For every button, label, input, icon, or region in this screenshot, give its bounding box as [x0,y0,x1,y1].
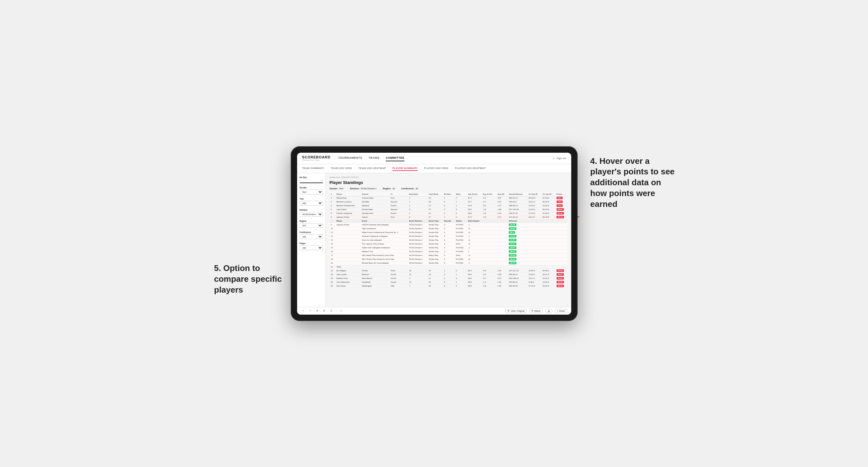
clock-icon: ⊙ [339,309,343,313]
points-badge[interactable]: 40.02 [557,277,564,280]
table-body: 1 Wenyi Ding Arizona State First 1 15 1 … [330,196,567,288]
region-select[interactable]: N/A All [300,223,323,228]
content-panel: Update time: 27/01/2024 16:56:26 Player … [326,173,571,307]
paste-button[interactable]: ⊞ [322,309,327,313]
subnav-team-h2h-heatmap[interactable]: TEAM H2H HEATMAP [358,166,386,171]
tooltip-points-badge: 53.60 [509,227,516,230]
filter-gender-label: Gender: [330,187,338,190]
points-badge[interactable]: 38.49 [557,285,564,287]
slider-bar [300,182,323,183]
col-num: # [330,192,335,196]
points-badge[interactable]: 76.2 [557,200,563,203]
no-rds-slider[interactable]: 4 52 [300,180,323,183]
col-points: Points [555,192,567,196]
toolbar-right: 👁 View: Original ⊕ Watch 🖨 ⤴ Share [505,309,567,313]
col-vs25: Vs Top 25 [527,192,541,196]
separator-icon: | [553,157,554,160]
filter-division-value: NCAA Division I [361,187,376,190]
logo-subtitle: Powered by clippi [302,159,331,161]
share-label: Share [559,310,565,312]
subnav-team-h2h-grid[interactable]: TEAM H2H GRID [331,166,352,171]
player-filter: Player (All) [300,242,323,250]
filter-division-label: Division: [350,187,360,190]
tooltip-header-row: Player Event Event Division Event Type R… [330,219,567,223]
watch-button[interactable]: ⊕ Watch [529,309,543,313]
tooltip-points-badge: 46.7 [509,231,515,234]
table-row: 25 Cole Sherwood Vanderbilt Fourth 12 23… [330,280,567,284]
tablet-frame: SCOREBOARD Powered by clippi TOURNAMENTS… [291,146,578,321]
sidebar: No Rds. 4 52 Gender [297,173,326,307]
nav-teams[interactable]: TEAMS [369,155,379,161]
year-filter: Year (All) [300,198,323,206]
tooltip-points-badge: 20.64 [509,223,516,226]
update-time: Update time: 27/01/2024 16:56:26 [330,176,567,178]
division-select[interactable]: NCAA Division I NCAA Division II [300,212,323,217]
no-rds-label: No Rds. [300,176,323,179]
col-avg-sg: Avg SG [496,192,508,196]
tooltip-data-row: 20 Mirobel Maui Jim Intercollegiate NCAA… [330,261,567,265]
gender-filter: Gender Men Women [300,186,323,194]
panel-title: Player Standings [330,180,567,185]
redo-button[interactable]: ↪ [308,309,312,313]
year-select[interactable]: (All) [300,201,323,206]
points-badge[interactable]: 88.94 [557,208,564,211]
tooltip-points-badge: 34.11 [509,243,516,245]
share-icon: ⤴ [557,310,558,312]
conference-label: Conference [300,231,323,234]
region-filter: Region N/A All [300,220,323,228]
tablet-screen: SCOREBOARD Powered by clippi TOURNAMENTS… [297,153,571,315]
undo-button[interactable]: ↩ [301,309,305,313]
logo-area: SCOREBOARD Powered by clippi [302,155,331,161]
header-right: | Sign out [553,157,566,160]
sign-out-button[interactable]: Sign out [557,157,566,160]
tooltip-points-badge: 16.50 [509,246,516,249]
points-badge-hovered[interactable]: 68.18 [557,216,564,218]
filter-region-value: All [393,187,395,190]
conference-filter: Conference (All) [300,231,323,239]
print-button[interactable]: 🖨 [546,309,552,313]
tooltip-data-row: 12 Southern Highlands Collegiate NCAA Di… [330,234,567,238]
points-badge[interactable]: 40.27 [557,273,564,276]
share-button[interactable]: ⤴ Share [555,309,567,313]
subnav-player-summary[interactable]: PLAYER SUMMARY [393,166,417,171]
col-player: Player [335,192,361,196]
table-row: 24 Bastien Amat New Mexico Fourth 1 27 2… [330,276,567,280]
table-row: 21 Tachi... [330,265,567,269]
toolbar-separator [336,309,336,313]
nav-tournaments[interactable]: TOURNAMENTS [338,155,362,161]
view-original-button[interactable]: 👁 View: Original [505,309,527,313]
col-reg-rank: Reg Rank [408,192,428,196]
filter-conference-value: All [416,187,418,190]
table-row: 1 Wenyi Ding Arizona State First 1 15 1 … [330,196,567,200]
tooltip-data-row: 11 Wake Forest Invitational at Pinehurst… [330,230,567,234]
col-no-rds: No Rds. [443,192,455,196]
watch-icon: ⊕ [531,310,533,312]
points-badge[interactable]: 88.2 [557,197,563,199]
tooltip-data-row: 19 SEC Stroke Play hosted by Jerry Pate … [330,257,567,261]
points-badge[interactable]: 40.58 [557,269,564,272]
view-label: View: Original [511,310,524,312]
nav-committee[interactable]: COMMITTEE [386,155,404,161]
tooltip-points-badge: 25.38 [509,254,516,257]
slider-fill [300,182,323,183]
subnav-player-h2h-heatmap[interactable]: PLAYER H2H HEATMAP [455,166,486,171]
view-icon: 👁 [507,310,510,312]
player-select[interactable]: (All) [300,245,323,250]
player-standings-table: # Player School Yr Reg Rank Conf Rank No… [330,192,567,288]
table-row: 3 Michael Thorbjornsen Stanford Fourth 1… [330,204,567,208]
conference-select[interactable]: (All) [300,234,323,239]
table-row: 4 Luke Claton Florida State Second 5 27 … [330,208,567,211]
division-label: Division [300,209,323,211]
watch-label: Watch [534,310,540,312]
subnav-player-h2h-grid[interactable]: PLAYER H2H GRID [424,166,448,171]
division-filter: Division NCAA Division I NCAA Division I… [300,209,323,217]
tooltip-data-row: 10 Tiger Invitational NCAA Division I St… [330,227,567,230]
copy-button[interactable]: ⊕ [315,309,319,313]
subnav-team-summary[interactable]: TEAM SUMMARY [302,166,324,171]
filter-region-label: Region: [383,187,391,190]
points-badge[interactable]: 70.2 [557,204,563,207]
format-button[interactable]: ⊟ [329,309,334,313]
points-badge[interactable]: 80.49 [557,212,564,215]
points-badge[interactable]: 39.95 [557,281,564,283]
gender-select[interactable]: Men Women [300,190,323,194]
